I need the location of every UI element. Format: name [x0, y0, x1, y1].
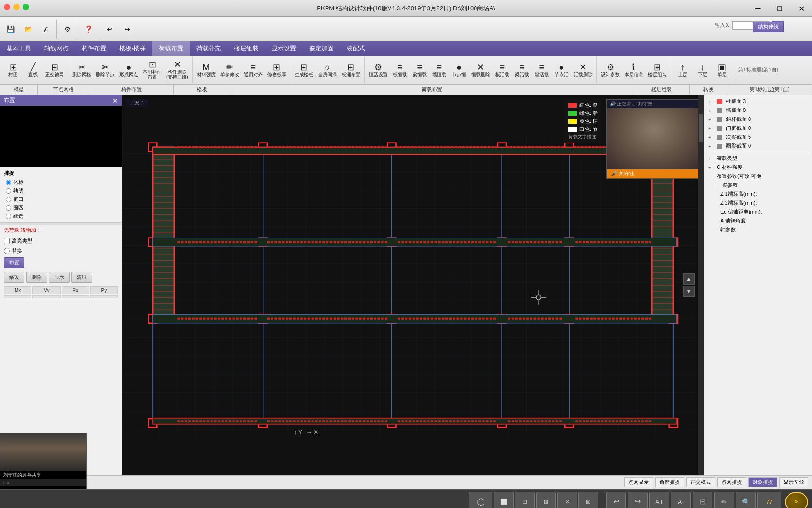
common-component-btn[interactable]: ⊡ 常用构件布置 — [141, 58, 164, 82]
material-strength-btn[interactable]: M 材料强度 — [195, 58, 218, 82]
node-live-btn[interactable]: ● 节点活 — [552, 58, 571, 82]
redo-button[interactable]: ↪ — [119, 19, 136, 40]
delete-button[interactable]: 删除 — [26, 272, 47, 283]
generate-slab-btn[interactable]: ⊞ 生成楼板 — [293, 58, 315, 82]
slab-hole-layout-btn[interactable]: ⊞ 板涌布置 — [340, 58, 362, 82]
delete-component-btn[interactable]: ✕ 构件删除(支持三维) — [164, 58, 190, 82]
view-3d-btn[interactable]: ⬡ — [469, 492, 492, 508]
highlight-type-checkbox[interactable]: 高亮类型 — [4, 238, 32, 245]
dead-live-settings-btn[interactable]: ⚙ 恒活设置 — [367, 58, 390, 82]
menu-load-layout[interactable]: 荷载布置 — [152, 41, 190, 56]
scroll-up-arrow[interactable]: ▲ — [683, 273, 695, 285]
line-select-radio[interactable] — [6, 214, 11, 219]
help-button[interactable]: ❓ — [80, 19, 97, 40]
view-section-btn[interactable]: ⊠ — [578, 492, 598, 508]
tree-item-ring-beam[interactable]: + 圈梁截面 0 — [706, 142, 810, 151]
object-capture-btn[interactable]: 对象捕捉 — [748, 477, 777, 487]
panel-close-btn[interactable]: ✕ — [112, 97, 118, 104]
modify-slab-thickness-btn[interactable]: ⊞ 修改板厚 — [265, 58, 288, 82]
model-view-btn[interactable]: ⊞ 村图 — [4, 58, 23, 82]
delete-node-btn[interactable]: ✂ 删除节点 — [94, 58, 117, 82]
single-floor-btn[interactable]: ▣ 单层 — [713, 58, 732, 82]
menu-floor-assembly[interactable]: 楼层组装 — [227, 41, 265, 56]
maximize-btn[interactable]: □ — [769, 0, 790, 17]
replace-radio[interactable] — [4, 248, 10, 254]
capture-line-select[interactable]: 线选 — [6, 213, 118, 220]
tree-item-ec[interactable]: Ec 偏轴距离(mm): — [706, 207, 810, 216]
node-dead-btn[interactable]: ● 节点恒 — [450, 58, 468, 82]
menu-axis-grid[interactable]: 轴线网点 — [38, 41, 75, 56]
fence-radio[interactable] — [6, 205, 11, 211]
tree-item-wall-section[interactable]: + 墙截面 0 — [706, 106, 810, 115]
single-param-btn[interactable]: ✏ 单参修改 — [219, 58, 241, 82]
capture-window[interactable]: 窗口 — [6, 196, 118, 203]
tree-item-load-type[interactable]: + 荷载类型 — [706, 154, 810, 163]
slab-live-load-btn[interactable]: ≡ 板活载 — [493, 58, 512, 82]
axis-radio[interactable] — [6, 188, 11, 194]
view-wireframe-btn[interactable]: ⊞ — [536, 492, 556, 508]
close-btn[interactable]: ✕ — [790, 0, 812, 17]
menu-load-supplement[interactable]: 荷载补充 — [190, 41, 227, 56]
edit-undo-btn[interactable]: ↩ — [606, 492, 626, 508]
minimize-window-button[interactable] — [13, 4, 20, 10]
undo-button[interactable]: ↩ — [101, 19, 118, 40]
tree-item-z2[interactable]: Z 2端标高(mm): — [706, 198, 810, 207]
design-params-btn[interactable]: ⚙ 设计参数 — [599, 58, 622, 82]
display-button[interactable]: 显示 — [49, 272, 70, 283]
point-grid-capture-btn[interactable]: 点网捕捉 — [717, 477, 746, 487]
window-radio[interactable] — [6, 197, 11, 202]
slab-dead-load-btn[interactable]: ≡ 板恒载 — [390, 58, 409, 82]
layout-button[interactable]: 布置 — [4, 257, 24, 268]
lower-floor-btn[interactable]: ↓ 下层 — [693, 58, 712, 82]
minimize-btn[interactable]: ─ — [747, 0, 769, 17]
close-window-button[interactable] — [4, 4, 10, 10]
tree-item-a[interactable]: A 轴转角度 — [706, 216, 810, 225]
scroll-down-arrow[interactable]: ▼ — [683, 286, 695, 297]
view-xray-btn[interactable]: ✕ — [557, 492, 577, 508]
wall-live-load-btn[interactable]: ≡ 墙活载 — [532, 58, 551, 82]
show-crosshair-btn[interactable]: 显示叉丝 — [779, 477, 808, 487]
tree-item-diagonal[interactable]: + 斜杆截面 0 — [706, 115, 810, 124]
tree-item-secondary-beam[interactable]: + 次梁截面 5 — [706, 133, 810, 142]
tree-item-column-section[interactable]: + 柱截面 3 — [706, 97, 810, 106]
maximize-window-button[interactable] — [23, 4, 29, 10]
wall-dead-load-btn[interactable]: ≡ 墙恒载 — [430, 58, 449, 82]
delete-live-btn[interactable]: ✕ 活载删除 — [572, 58, 594, 82]
capture-axis[interactable]: 轴线 — [6, 187, 118, 194]
tree-item-material[interactable]: + C 材料强度 — [706, 163, 810, 172]
universal-align-btn[interactable]: ≡ 通用对齐 — [242, 58, 265, 82]
menu-component-layout[interactable]: 构件布置 — [75, 41, 113, 56]
edit-redo-btn[interactable]: ↪ — [628, 492, 648, 508]
angle-capture-btn[interactable]: 角度捕捉 — [655, 477, 684, 487]
text-increase-btn[interactable]: A+ — [649, 492, 669, 508]
upper-floor-btn[interactable]: ↑ 上层 — [673, 58, 692, 82]
structure-button[interactable]: 结构建筑 — [753, 22, 784, 32]
tree-item-axis-params[interactable]: 轴参数 — [706, 225, 810, 234]
edit-pencil-btn[interactable]: ✏ — [714, 492, 734, 508]
highlight-checkbox[interactable] — [4, 238, 10, 244]
tree-item-layout-params[interactable]: - 布置参数(可改,可拖 — [706, 172, 810, 181]
orthogonal-mode-btn[interactable]: 正交模式 — [686, 477, 715, 487]
form-node-btn[interactable]: ● 形成网点 — [117, 58, 140, 82]
text-decrease-btn[interactable]: A- — [671, 492, 691, 508]
beam-dead-load-btn[interactable]: ≡ 梁恒载 — [410, 58, 429, 82]
delete-grid-btn[interactable]: ✂ 删除网格 — [70, 58, 93, 82]
menu-display-settings[interactable]: 显示设置 — [265, 41, 303, 56]
save-button[interactable]: 💾 — [2, 19, 19, 40]
open-button[interactable]: 📂 — [20, 19, 37, 40]
line-btn[interactable]: ╱ 直线 — [23, 58, 42, 82]
tree-item-beam-params[interactable]: - 梁参数 — [706, 181, 810, 190]
tree-item-z1[interactable]: Z 1端标高(mm): — [706, 190, 810, 198]
full-room-hole-btn[interactable]: ○ 全房间洞 — [316, 58, 339, 82]
floor-assembly-btn[interactable]: ⊞ 楼层组装 — [646, 58, 669, 82]
view-box-btn[interactable]: ⊡ — [515, 492, 535, 508]
point-grid-display-btn[interactable]: 点网显示 — [624, 477, 653, 487]
print-button[interactable]: 🖨 — [38, 19, 55, 40]
tree-item-door-window[interactable]: + 门窗截面 0 — [706, 124, 810, 133]
vertical-scrollbar[interactable] — [698, 95, 704, 475]
zoom-level-btn[interactable]: 77 — [757, 492, 781, 508]
menu-basic-tools[interactable]: 基本工具 — [0, 41, 38, 56]
clear-button[interactable]: 清理 — [71, 272, 92, 283]
capture-fence[interactable]: 围区 — [6, 204, 118, 211]
orthogonal-axis-btn[interactable]: ⊞ 正交轴网 — [43, 58, 66, 82]
